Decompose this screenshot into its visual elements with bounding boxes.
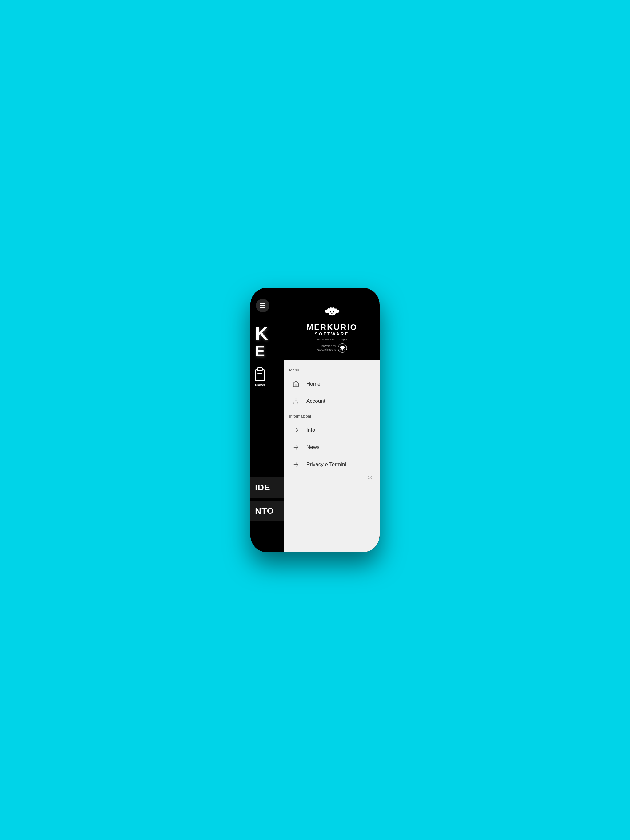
- privacy-arrow-icon: [291, 460, 300, 469]
- version-text: 0.0: [289, 473, 375, 481]
- app-logo-title: MERKURIO: [306, 322, 358, 332]
- info-label: Info: [306, 427, 315, 433]
- news-icon-line3: [258, 377, 263, 377]
- svg-point-6: [295, 399, 297, 401]
- phone-device: K E News IDE NTO: [250, 288, 380, 552]
- phone-notch: [295, 288, 335, 297]
- menu-item-privacy[interactable]: Privacy e Termini: [289, 456, 375, 473]
- drawer-header: MERKURIO SOFTWARE www.merkurio.app power…: [284, 288, 380, 360]
- hamburger-button[interactable]: [256, 299, 269, 313]
- powered-by-text: powered byRCApplications: [317, 344, 336, 351]
- svg-point-4: [333, 311, 334, 313]
- menu-item-account[interactable]: Account: [289, 393, 375, 410]
- rc-applications-logo-icon: [338, 343, 347, 353]
- merkurio-mascot-icon: [324, 303, 340, 320]
- home-icon: [291, 380, 300, 388]
- drawer-body: Menu Home: [284, 360, 380, 552]
- news-clipboard-icon: [255, 369, 265, 381]
- menu-divider: [289, 412, 375, 412]
- news-tab-label: News: [255, 383, 265, 387]
- hamburger-icon: [260, 303, 266, 308]
- menu-item-info[interactable]: Info: [289, 422, 375, 439]
- left-text-k: K: [250, 325, 268, 343]
- svg-point-3: [330, 311, 331, 313]
- menu-item-home[interactable]: Home: [289, 376, 375, 393]
- informazioni-section-label: Informazioni: [289, 414, 375, 418]
- app-logo-url: www.merkurio.app: [317, 338, 347, 341]
- home-label: Home: [306, 381, 320, 387]
- news-label: News: [306, 444, 320, 450]
- news-icon-line2: [258, 375, 263, 376]
- privacy-label: Privacy e Termini: [306, 461, 346, 467]
- news-arrow-icon: [291, 443, 300, 452]
- left-text-e: E: [250, 343, 264, 359]
- account-icon: [291, 397, 300, 406]
- powered-by-section: powered byRCApplications: [317, 343, 347, 353]
- account-label: Account: [306, 398, 325, 404]
- news-icon-line1: [258, 373, 263, 374]
- navigation-drawer: MERKURIO SOFTWARE www.merkurio.app power…: [284, 288, 380, 552]
- phone-screen: K E News IDE NTO: [250, 288, 380, 552]
- app-logo-subtitle: SOFTWARE: [315, 332, 349, 336]
- news-tab[interactable]: News: [250, 366, 270, 391]
- info-arrow-icon: [291, 426, 300, 434]
- menu-item-news[interactable]: News: [289, 439, 375, 456]
- menu-section-label: Menu: [289, 368, 375, 373]
